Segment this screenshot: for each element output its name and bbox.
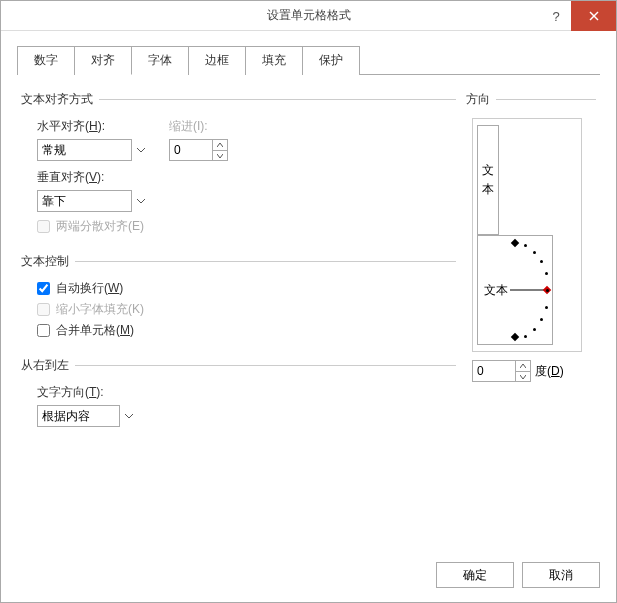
degrees-input[interactable] (472, 360, 516, 382)
v-align-label: 垂直对齐(V): (37, 169, 456, 186)
tab-number[interactable]: 数字 (17, 46, 75, 75)
tab-bar: 数字 对齐 字体 边框 填充 保护 (17, 45, 600, 75)
group-orientation: 方向 文 本 文本 (466, 91, 596, 382)
h-align-select[interactable]: 常规 (37, 139, 149, 161)
degrees-spinner[interactable] (472, 360, 531, 382)
group-text-alignment: 文本对齐方式 水平对齐(H): 常规 缩进(I): (21, 91, 456, 239)
indent-up[interactable] (213, 140, 227, 150)
v-align-select[interactable]: 靠下 (37, 190, 149, 212)
tab-fill[interactable]: 填充 (246, 46, 303, 75)
group-rtl: 从右到左 文字方向(T): 根据内容 (21, 357, 456, 433)
indent-label: 缩进(I): (169, 118, 228, 135)
justify-distributed-input (37, 220, 50, 233)
h-align-label: 水平对齐(H): (37, 118, 149, 135)
close-button[interactable] (571, 1, 616, 31)
merge-cells-input[interactable] (37, 324, 50, 337)
tab-alignment[interactable]: 对齐 (75, 46, 132, 75)
text-direction-label: 文字方向(T): (37, 384, 456, 401)
degrees-down[interactable] (516, 371, 530, 381)
indent-input[interactable] (169, 139, 213, 161)
group-text-alignment-label: 文本对齐方式 (21, 91, 93, 108)
degrees-label: 度(D) (535, 363, 564, 380)
tab-font[interactable]: 字体 (132, 46, 189, 75)
orientation-vertical-text-button[interactable]: 文 本 (477, 125, 499, 235)
tab-protection[interactable]: 保护 (303, 46, 360, 75)
justify-distributed-checkbox: 两端分散对齐(E) (37, 218, 456, 235)
group-orientation-label: 方向 (466, 91, 490, 108)
cancel-button[interactable]: 取消 (522, 562, 600, 588)
ok-button[interactable]: 确定 (436, 562, 514, 588)
orientation-indicator (510, 290, 546, 291)
group-rtl-label: 从右到左 (21, 357, 69, 374)
text-direction-select[interactable]: 根据内容 (37, 405, 137, 427)
dialog-title: 设置单元格格式 (267, 7, 351, 24)
help-button[interactable]: ? (541, 1, 571, 31)
indent-down[interactable] (213, 150, 227, 160)
shrink-to-fit-input (37, 303, 50, 316)
group-text-control: 文本控制 自动换行(W) 缩小字体填充(K) 合并单元格(M) (21, 253, 456, 343)
degrees-up[interactable] (516, 361, 530, 371)
orientation-dial-label: 文本 (484, 282, 508, 299)
tab-border[interactable]: 边框 (189, 46, 246, 75)
orientation-dial[interactable]: 文本 (477, 235, 553, 345)
title-bar: 设置单元格格式 ? (1, 1, 616, 31)
close-icon (589, 11, 599, 21)
merge-cells-checkbox[interactable]: 合并单元格(M) (37, 322, 456, 339)
group-text-control-label: 文本控制 (21, 253, 69, 270)
shrink-to-fit-checkbox: 缩小字体填充(K) (37, 301, 456, 318)
wrap-text-checkbox[interactable]: 自动换行(W) (37, 280, 456, 297)
indent-spinner[interactable] (169, 139, 228, 161)
wrap-text-input[interactable] (37, 282, 50, 295)
